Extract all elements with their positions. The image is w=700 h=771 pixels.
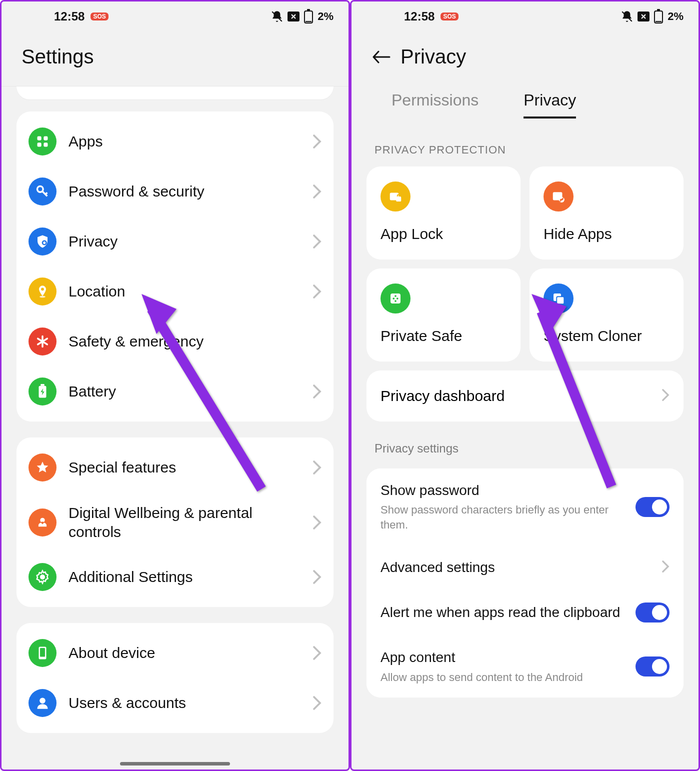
battery-icon (654, 9, 664, 24)
section-header-protection: PRIVACY PROTECTION (366, 118, 684, 166)
svg-point-20 (40, 698, 46, 704)
toggle-clipboard-alert[interactable] (636, 602, 670, 622)
shield-icon (28, 228, 56, 256)
setting-subtitle: Show password characters briefly as you … (380, 502, 626, 532)
header: Privacy (352, 32, 698, 86)
setting-show-password[interactable]: Show password Show password characters b… (366, 468, 684, 546)
svg-point-13 (40, 296, 46, 298)
tile-privacy-dashboard[interactable]: Privacy dashboard (366, 370, 684, 422)
tile-label: App Lock (380, 226, 506, 242)
setting-title: App content (380, 648, 626, 666)
settings-item-special-features[interactable]: Special features (16, 442, 334, 492)
device-icon (28, 639, 56, 667)
settings-item-label: Battery (68, 382, 300, 401)
status-bar: 12:58 SOS 2% (352, 2, 698, 32)
privacy-tile-grid: App Lock Hide Apps Private Safe System C… (366, 166, 684, 362)
phone-settings: 12:58 SOS 2% Settings Apps (0, 0, 350, 771)
toggle-app-content[interactable] (636, 656, 670, 676)
tab-permissions[interactable]: Permissions (392, 91, 478, 118)
page-title: Settings (22, 46, 328, 68)
setting-app-content[interactable]: App content Allow apps to send content t… (366, 636, 684, 698)
asterisk-icon (28, 328, 56, 356)
safe-icon (380, 284, 410, 314)
tabs: Permissions Privacy (352, 91, 698, 118)
settings-item-label: Password & security (68, 182, 300, 201)
section-header-settings: Privacy settings (366, 422, 684, 466)
card-icon (638, 12, 650, 22)
settings-item-digital-wellbeing[interactable]: Digital Wellbeing & parental controls (16, 492, 334, 552)
chevron-right-icon (312, 284, 322, 299)
sos-badge: SOS (90, 12, 108, 20)
svg-rect-24 (657, 9, 660, 10)
svg-rect-7 (38, 142, 42, 146)
tile-label: System Cloner (544, 328, 670, 344)
svg-point-33 (396, 298, 398, 300)
home-indicator (120, 762, 230, 766)
setting-clipboard-alert[interactable]: Alert me when apps read the clipboard (366, 590, 684, 636)
settings-item-safety-emergency[interactable]: Safety & emergency (16, 316, 334, 366)
svg-rect-19 (40, 648, 45, 657)
gear-icon (28, 563, 56, 591)
tile-hide-apps[interactable]: Hide Apps (530, 166, 684, 260)
clone-icon (544, 284, 574, 314)
tile-label: Privacy dashboard (380, 388, 504, 404)
svg-rect-15 (40, 384, 44, 386)
svg-rect-6 (44, 136, 48, 140)
tile-system-cloner[interactable]: System Cloner (530, 268, 684, 362)
settings-item-additional-settings[interactable]: Additional Settings (16, 552, 334, 602)
tile-private-safe[interactable]: Private Safe (366, 268, 520, 362)
toggle-show-password[interactable] (636, 497, 670, 517)
hide-icon (544, 182, 574, 212)
chevron-right-icon (312, 570, 322, 584)
svg-rect-3 (307, 9, 310, 10)
svg-rect-37 (556, 296, 564, 304)
settings-item-location[interactable]: Location (16, 266, 334, 316)
privacy-settings-card: Show password Show password characters b… (366, 468, 684, 698)
svg-point-17 (40, 574, 45, 580)
pin-icon (28, 278, 56, 306)
battery-icon (28, 378, 56, 406)
settings-item-privacy[interactable]: Privacy (16, 216, 334, 266)
svg-point-12 (41, 288, 44, 290)
setting-title: Advanced settings (380, 558, 652, 576)
chevron-right-icon (312, 134, 322, 149)
setting-advanced[interactable]: Advanced settings (366, 546, 684, 590)
svg-point-34 (394, 295, 396, 297)
svg-point-16 (40, 518, 44, 522)
settings-item-label: Privacy (68, 232, 300, 251)
settings-item-battery[interactable]: Battery (16, 366, 334, 416)
svg-rect-31 (390, 294, 400, 304)
svg-rect-4 (306, 21, 312, 22)
svg-point-35 (394, 300, 396, 302)
settings-item-password-security[interactable]: Password & security (16, 166, 334, 216)
settings-item-users-accounts[interactable]: Users & accounts (16, 678, 334, 728)
header: Settings (2, 32, 348, 86)
status-time: 12:58 (404, 10, 434, 24)
settings-item-label: Users & accounts (68, 694, 300, 712)
settings-item-apps[interactable]: Apps (16, 116, 334, 166)
settings-item-label: Location (68, 282, 300, 301)
settings-group-3: About device Users & accounts (16, 623, 334, 733)
tile-app-lock[interactable]: App Lock (366, 166, 520, 260)
settings-item-label: Apps (68, 132, 300, 151)
chevron-right-icon (312, 460, 322, 475)
battery-pct: 2% (668, 10, 684, 23)
svg-point-11 (43, 242, 46, 244)
tab-privacy[interactable]: Privacy (524, 91, 576, 118)
settings-group-2: Special features Digital Wellbeing & par… (16, 438, 334, 607)
settings-item-about-device[interactable]: About device (16, 628, 334, 678)
chevron-right-icon (312, 234, 322, 249)
chevron-right-icon (662, 388, 670, 404)
chevron-right-icon (312, 515, 322, 530)
chevron-right-icon (312, 646, 322, 660)
back-button[interactable] (372, 50, 390, 64)
phone-privacy: 12:58 SOS 2% Privacy Permissions Privacy (350, 0, 700, 771)
apps-icon (28, 128, 56, 156)
svg-rect-27 (396, 196, 401, 202)
tile-label: Hide Apps (544, 226, 670, 242)
key-icon (28, 178, 56, 206)
chevron-right-icon (662, 560, 670, 575)
settings-item-label: Safety & emergency (68, 332, 322, 351)
heart-icon (28, 508, 56, 536)
settings-item-label: Special features (68, 458, 300, 477)
